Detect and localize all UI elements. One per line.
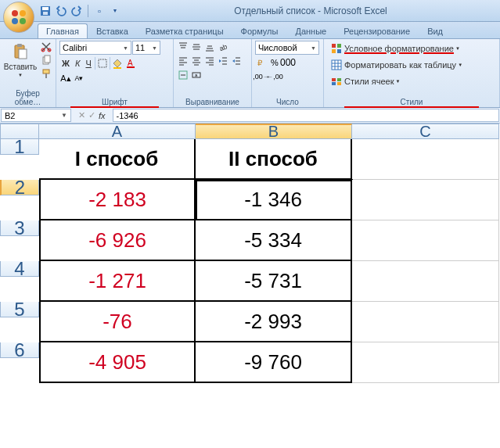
align-left-icon[interactable] [177, 55, 189, 67]
fill-color-icon[interactable] [111, 57, 124, 70]
comma-icon[interactable]: 000 [282, 56, 294, 69]
svg-rect-53 [337, 44, 341, 48]
svg-rect-15 [45, 73, 47, 78]
paste-button[interactable]: Вставить ▼ [3, 41, 38, 88]
cell-b4[interactable]: -5 731 [196, 261, 352, 302]
percent-icon[interactable]: % [268, 56, 281, 69]
format-as-table-button[interactable]: Форматировать как таблицу ▼ [327, 57, 496, 73]
svg-point-0 [12, 10, 18, 16]
tab-home[interactable]: Главная [38, 23, 88, 38]
align-middle-icon[interactable] [190, 41, 203, 53]
tab-page-layout[interactable]: Разметка страницы [137, 23, 232, 38]
font-size-select[interactable]: 11▼ [132, 41, 160, 55]
tab-view[interactable]: Вид [419, 23, 451, 38]
row-header[interactable]: 4 [0, 261, 39, 277]
cancel-formula-icon[interactable]: ✕ [78, 110, 85, 120]
align-top-icon[interactable] [177, 41, 189, 53]
cell-c4[interactable] [352, 261, 499, 302]
italic-button[interactable]: К [73, 56, 82, 70]
tab-insert[interactable]: Вставка [88, 23, 137, 38]
border-icon[interactable] [96, 57, 109, 70]
chevron-down-icon: ▼ [18, 73, 23, 77]
align-right-icon[interactable] [203, 55, 216, 67]
font-color-icon[interactable]: A [124, 57, 137, 70]
formula-input[interactable]: -1346 [113, 109, 499, 122]
undo-icon[interactable] [55, 5, 67, 17]
currency-icon[interactable]: ₽ [255, 56, 268, 69]
copy-icon[interactable] [40, 54, 52, 66]
cell-b3[interactable]: -5 334 [196, 220, 352, 261]
cell-c5[interactable] [352, 302, 499, 342]
svg-rect-56 [332, 60, 341, 70]
tab-data[interactable]: Данные [286, 23, 335, 38]
name-box[interactable]: B2 ▼ [1, 109, 71, 122]
row-header[interactable]: 2 [0, 180, 39, 195]
svg-rect-17 [113, 67, 121, 69]
merge-cells-icon[interactable]: a [190, 69, 203, 81]
cell-a2[interactable]: -2 183 [39, 180, 196, 220]
cell-c3[interactable] [352, 220, 499, 261]
cut-icon[interactable] [40, 41, 52, 53]
column-header-b[interactable]: B [196, 124, 352, 139]
decrease-decimal-icon[interactable]: ←,00 [268, 70, 281, 83]
number-format-value: Числовой [258, 43, 297, 52]
cell-b1[interactable]: II способ [196, 139, 352, 180]
increase-indent-icon[interactable] [230, 55, 243, 67]
font-name-select[interactable]: Calibri▼ [59, 41, 131, 55]
office-button[interactable] [3, 2, 34, 33]
decrease-indent-icon[interactable] [217, 55, 229, 67]
cell-b2[interactable]: -1 346 [196, 180, 352, 220]
row-header[interactable]: 5 [0, 302, 39, 317]
fx-icon[interactable]: fx [99, 111, 106, 120]
window-title: Отдельный список - Microsoft Excel [121, 5, 500, 16]
spreadsheet-grid: A B C 1 I способ II способ 2 -2 183 -1 3… [0, 124, 500, 383]
save-icon[interactable] [39, 5, 52, 17]
cell-styles-button[interactable]: Стили ячеек ▼ [327, 73, 496, 89]
bold-button[interactable]: Ж [59, 56, 72, 70]
svg-rect-13 [45, 56, 50, 63]
tab-formulas[interactable]: Формулы [232, 23, 287, 38]
qat-dropdown-icon[interactable]: ▼ [109, 5, 121, 17]
tab-review[interactable]: Рецензирование [335, 23, 419, 38]
align-center-icon[interactable] [190, 55, 203, 67]
column-header-c[interactable]: C [352, 124, 499, 139]
cell-a5[interactable]: -76 [39, 302, 196, 342]
cell-a4[interactable]: -1 271 [39, 261, 196, 302]
decrease-font-icon[interactable]: A▾ [73, 72, 85, 84]
cell-a1[interactable]: I способ [39, 139, 196, 180]
cell-a6[interactable]: -4 905 [39, 342, 196, 383]
svg-text:A: A [128, 59, 133, 67]
enter-formula-icon[interactable]: ✓ [88, 110, 95, 120]
qat-extra-icon[interactable]: ▫ [93, 5, 106, 17]
format-as-table-label: Форматировать как таблицу [344, 60, 456, 70]
conditional-formatting-label: Условное форматирование [344, 44, 454, 53]
cell-b5[interactable]: -2 993 [196, 302, 352, 342]
row-header[interactable]: 6 [0, 342, 39, 358]
row-header[interactable]: 3 [0, 220, 39, 236]
office-logo-icon [9, 8, 28, 27]
increase-font-icon[interactable]: A▴ [59, 72, 72, 84]
orientation-icon[interactable]: ab [217, 41, 229, 53]
svg-text:a: a [195, 73, 198, 77]
cell-c6[interactable] [352, 342, 499, 383]
column-header-a[interactable]: A [39, 124, 196, 139]
name-box-value: B2 [5, 111, 15, 120]
align-bottom-icon[interactable] [203, 41, 216, 53]
row-header[interactable]: 1 [0, 139, 39, 155]
svg-rect-55 [337, 49, 341, 53]
format-painter-icon[interactable] [40, 67, 52, 80]
cell-b6[interactable]: -9 760 [196, 342, 352, 383]
svg-rect-6 [43, 12, 48, 15]
formula-bar: B2 ▼ ✕ ✓ fx -1346 [0, 108, 500, 124]
svg-rect-61 [332, 78, 336, 81]
conditional-formatting-button[interactable]: Условное форматирование ▼ [327, 41, 496, 56]
number-format-select[interactable]: Числовой▼ [255, 41, 319, 55]
underline-button[interactable]: Ч [83, 56, 93, 70]
cell-c1[interactable] [352, 139, 499, 180]
svg-rect-8 [17, 44, 22, 47]
cell-c2[interactable] [352, 180, 499, 220]
cell-a3[interactable]: -6 926 [39, 220, 196, 261]
wrap-text-icon[interactable] [177, 69, 189, 81]
redo-icon[interactable] [70, 5, 83, 17]
font-group-label: Шрифт [59, 97, 170, 107]
